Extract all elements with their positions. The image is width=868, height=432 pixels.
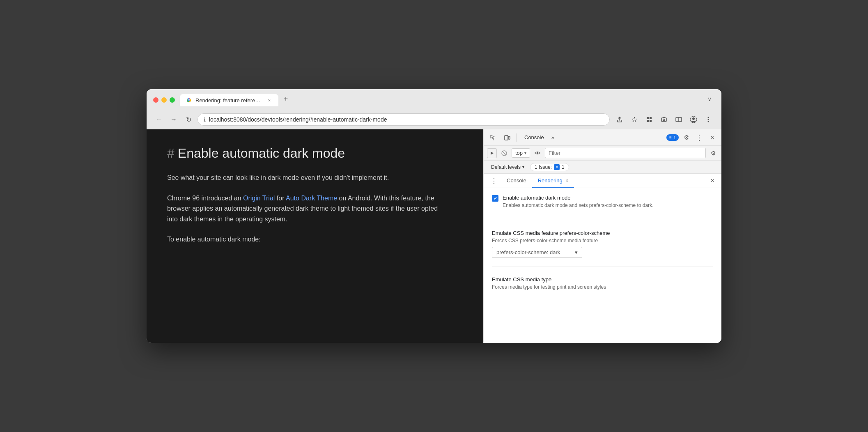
close-traffic-light[interactable] bbox=[153, 97, 158, 103]
issue-icon: ≡ bbox=[554, 164, 560, 170]
console-levels-row: Default levels ▾ 1 Issue: ≡ 1 bbox=[484, 161, 721, 174]
extensions-button[interactable] bbox=[643, 113, 656, 126]
rendering-tab-label: Rendering bbox=[538, 177, 563, 184]
dark-mode-checkbox-row: Enable automatic dark mode Enables autom… bbox=[492, 195, 713, 211]
maximize-traffic-light[interactable] bbox=[170, 97, 175, 103]
devtools-more-button[interactable]: ⋮ bbox=[693, 132, 705, 143]
tab-title: Rendering: feature reference - bbox=[195, 97, 263, 103]
console-tab-button[interactable]: Console bbox=[520, 133, 548, 142]
svg-rect-8 bbox=[661, 118, 666, 122]
svg-point-13 bbox=[692, 117, 695, 120]
svg-rect-4 bbox=[647, 117, 649, 119]
para1: See what your site can look like in dark… bbox=[167, 172, 446, 183]
para2: Chrome 96 introduced an Origin Trial for… bbox=[167, 193, 446, 225]
console-play-button[interactable] bbox=[487, 148, 497, 158]
issue-badge-number: 1 bbox=[562, 164, 565, 170]
context-dropdown[interactable]: top ▾ bbox=[512, 148, 530, 158]
color-scheme-desc: Forces CSS prefers-color-scheme media fe… bbox=[492, 238, 713, 244]
split-icon bbox=[675, 116, 682, 123]
device-toggle-button[interactable] bbox=[501, 131, 513, 144]
dark-mode-checkbox[interactable] bbox=[492, 195, 498, 202]
devtools-top-toolbar: Console » ≡ 1 ⚙ ⋮ × bbox=[484, 129, 721, 146]
devtools-panel: Console » ≡ 1 ⚙ ⋮ × bbox=[483, 129, 721, 343]
browser-menu-icon bbox=[705, 116, 712, 123]
console-panel-tab[interactable]: Console bbox=[501, 174, 532, 188]
device-toggle-icon bbox=[504, 134, 510, 141]
browser-window: Rendering: feature reference - × + ∨ ← →… bbox=[147, 89, 721, 343]
extensions-icon bbox=[646, 116, 652, 123]
svg-rect-7 bbox=[650, 120, 652, 122]
profile-icon bbox=[690, 116, 697, 123]
devtools-settings-button[interactable]: ⚙ bbox=[680, 132, 692, 143]
active-tab[interactable]: Rendering: feature reference - × bbox=[180, 94, 278, 106]
share-icon bbox=[616, 116, 623, 123]
tab-close-button[interactable]: × bbox=[266, 97, 273, 103]
collapse-tabs-button[interactable]: ∨ bbox=[704, 94, 715, 104]
console-filter-input[interactable] bbox=[545, 148, 706, 158]
color-scheme-section: Emulate CSS media feature prefers-color-… bbox=[492, 230, 713, 267]
url-bar[interactable]: ℹ localhost:8080/docs/devtools/rendering… bbox=[197, 113, 610, 126]
console-block-button[interactable] bbox=[499, 148, 509, 158]
svg-rect-5 bbox=[650, 117, 652, 119]
dropdown-arrow-icon: ▾ bbox=[524, 151, 526, 155]
title-bar-top: Rendering: feature reference - × + ∨ bbox=[153, 93, 715, 106]
close-panel-button[interactable]: × bbox=[707, 175, 718, 186]
dark-mode-option-content: Enable automatic dark mode Enables autom… bbox=[503, 195, 654, 211]
svg-rect-6 bbox=[647, 120, 649, 122]
bookmark-button[interactable] bbox=[628, 113, 641, 126]
rendering-panel-tab[interactable]: Rendering × bbox=[532, 174, 574, 188]
svg-point-9 bbox=[663, 119, 665, 121]
more-tabs-button[interactable]: » bbox=[550, 133, 556, 142]
devtools-close-button[interactable]: × bbox=[707, 132, 718, 143]
page-content: # Enable automatic dark mode See what yo… bbox=[147, 129, 483, 343]
svg-point-3 bbox=[188, 99, 190, 101]
forward-button[interactable]: → bbox=[168, 114, 179, 125]
context-label: top bbox=[515, 150, 523, 156]
browser-toolbar bbox=[613, 113, 715, 126]
new-tab-button[interactable]: + bbox=[280, 93, 292, 105]
media-type-title: Emulate CSS media type bbox=[492, 276, 713, 283]
visibility-button[interactable] bbox=[533, 148, 542, 158]
console-toolbar: top ▾ ⚙ bbox=[484, 146, 721, 161]
svg-point-15 bbox=[708, 119, 709, 120]
heading-text: Enable automatic dark mode bbox=[178, 146, 345, 161]
media-type-section: Emulate CSS media type Forces media type… bbox=[492, 276, 713, 301]
rendering-panel-content: Enable automatic dark mode Enables autom… bbox=[484, 188, 721, 343]
dark-mode-section: Enable automatic dark mode Enables autom… bbox=[492, 195, 713, 220]
color-scheme-dropdown[interactable]: prefers-color-scheme: dark ▾ bbox=[492, 247, 582, 258]
media-type-desc: Forces media type for testing print and … bbox=[492, 284, 713, 290]
browser-menu-button[interactable] bbox=[702, 113, 715, 126]
reload-button[interactable]: ↻ bbox=[183, 114, 194, 125]
console-settings-button[interactable]: ⚙ bbox=[708, 148, 718, 158]
camera-extension-button[interactable] bbox=[657, 113, 671, 126]
inspector-button[interactable] bbox=[487, 131, 499, 144]
share-button[interactable] bbox=[613, 113, 626, 126]
color-scheme-dropdown-arrow-icon: ▾ bbox=[575, 249, 578, 255]
main-content: # Enable automatic dark mode See what yo… bbox=[147, 129, 721, 343]
issues-badge[interactable]: ≡ 1 bbox=[666, 134, 679, 141]
toolbar-separator bbox=[517, 133, 517, 142]
para2-prefix: Chrome 96 introduced an bbox=[167, 195, 243, 202]
color-scheme-value: prefers-color-scheme: dark bbox=[496, 249, 560, 255]
svg-marker-19 bbox=[491, 152, 494, 155]
rendering-tab-close[interactable]: × bbox=[565, 178, 568, 184]
tab-menu-button[interactable]: ⋮ bbox=[487, 174, 501, 188]
minimize-traffic-light[interactable] bbox=[161, 97, 167, 103]
info-icon: ℹ bbox=[204, 117, 206, 123]
default-levels-button[interactable]: Default levels ▾ bbox=[489, 163, 527, 171]
back-button[interactable]: ← bbox=[153, 114, 165, 125]
block-icon bbox=[501, 150, 507, 156]
issue-count-label: 1 Issue: bbox=[535, 164, 552, 170]
dark-mode-desc: Enables automatic dark mode and sets pre… bbox=[503, 202, 654, 208]
origin-trial-link[interactable]: Origin Trial bbox=[243, 195, 275, 202]
issues-badge-count: 1 bbox=[673, 135, 676, 140]
svg-point-16 bbox=[708, 121, 709, 122]
issue-badge[interactable]: 1 Issue: ≡ 1 bbox=[530, 163, 569, 171]
levels-arrow-icon: ▾ bbox=[522, 165, 524, 169]
profile-button[interactable] bbox=[687, 113, 700, 126]
eye-icon bbox=[534, 151, 541, 155]
star-icon bbox=[631, 116, 638, 123]
default-levels-label: Default levels bbox=[491, 164, 521, 170]
auto-dark-theme-link[interactable]: Auto Dark Theme bbox=[286, 195, 337, 202]
split-button[interactable] bbox=[672, 113, 685, 126]
